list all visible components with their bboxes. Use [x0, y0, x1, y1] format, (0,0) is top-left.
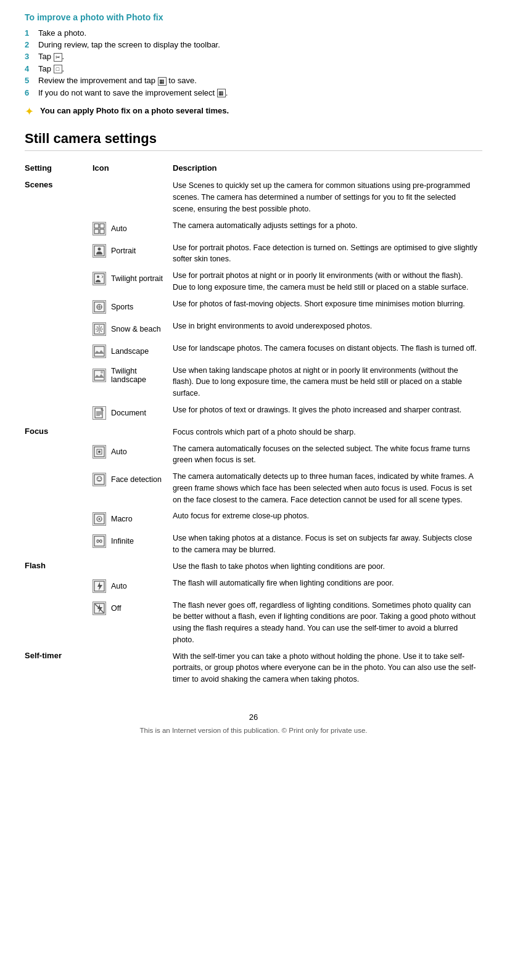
section-title: Still camera settings	[25, 131, 482, 151]
icon-cell: Macro	[93, 508, 173, 530]
step-text-3: Tap ✂.	[38, 52, 64, 62]
table-row: LandscapeUse for landscape photos. The c…	[25, 340, 482, 362]
icon-label: Auto	[111, 582, 127, 590]
page-number: 26	[25, 713, 482, 722]
table-row: Snow & beachUse in bright environments t…	[25, 318, 482, 340]
twilight-landscape-icon	[93, 369, 106, 382]
setting-cell	[25, 362, 93, 402]
document-icon	[93, 406, 106, 420]
icon-cell: Infinite	[93, 530, 173, 558]
description-cell: Use for portrait photos at night or in p…	[173, 267, 482, 296]
table-row: SportsUse for photos of fast-moving obje…	[25, 296, 482, 318]
setting-cell	[25, 530, 93, 558]
description-cell: Use when taking photos at a distance. Fo…	[173, 530, 482, 558]
description-text: Use for portrait photos. Face detection …	[173, 243, 477, 264]
step-4: 4Tap □.	[25, 64, 482, 74]
description-text: Use in bright environments to avoid unde…	[173, 322, 372, 330]
step-num-3: 3	[25, 52, 33, 62]
step-text-1: Take a photo.	[38, 28, 86, 38]
step-text-2: During review, tap the screen to display…	[38, 40, 220, 49]
step-num-1: 1	[25, 28, 33, 38]
icon-cell	[93, 648, 173, 688]
step-3: 3Tap ✂.	[25, 52, 482, 62]
description-cell: Use for portrait photos. Face detection …	[173, 240, 482, 268]
portrait-icon	[93, 244, 106, 258]
table-row: MacroAuto focus for extreme close-up pho…	[25, 508, 482, 530]
icon-label: Off	[111, 604, 121, 613]
svg-rect-12	[94, 346, 104, 356]
icon-label: Snow & beach	[111, 325, 161, 333]
step-6: 6If you do not want to save the improvem…	[25, 88, 482, 98]
setting-name: Flash	[25, 557, 46, 570]
step-1: 1Take a photo.	[25, 28, 482, 38]
description-cell: Use in bright environments to avoid unde…	[173, 318, 482, 340]
table-row: FocusFocus controls which part of a phot…	[25, 424, 482, 441]
setting-name: Focus	[25, 423, 48, 436]
icon-label: Sports	[111, 303, 133, 311]
setting-name: Self-timer	[25, 647, 62, 660]
description-text: Use when taking landscape photos at nigh…	[173, 366, 462, 398]
table-row: FlashUse the flash to take photos when l…	[25, 558, 482, 575]
description-text: Use when taking photos at a distance. Fo…	[173, 534, 472, 554]
table-row: Face detectionThe camera automatically d…	[25, 468, 482, 508]
svg-rect-2	[94, 229, 99, 234]
icon-cell	[93, 178, 173, 217]
landscape-icon	[93, 345, 106, 358]
description-text: Use for photos of text or drawings. It g…	[173, 406, 461, 414]
setting-cell	[25, 597, 93, 648]
twilight-portrait-icon	[93, 272, 106, 285]
step-num-6: 6	[25, 88, 33, 98]
setting-cell: Flash	[25, 558, 93, 575]
description-cell: The camera automatically focuses on the …	[173, 441, 482, 469]
table-row: DocumentUse for photos of text or drawin…	[25, 402, 482, 424]
macro-icon	[93, 512, 106, 526]
step-num-4: 4	[25, 64, 33, 74]
focus-auto-icon	[93, 445, 106, 459]
icon-label: Document	[111, 409, 146, 417]
description-cell: With the self-timer you can take a photo…	[173, 648, 482, 688]
setting-name: Scenes	[25, 176, 53, 189]
step-2: 2During review, tap the screen to displa…	[25, 40, 482, 49]
svg-point-5	[98, 247, 101, 250]
description-cell: The camera automatically adjusts setting…	[173, 218, 482, 240]
icon-label: Portrait	[111, 247, 136, 255]
description-text: Auto focus for extreme close-up photos.	[173, 512, 309, 520]
step-text-4: Tap □.	[38, 64, 64, 74]
step-text-5: Review the improvement and tap ▦ to save…	[38, 76, 197, 86]
tip-icon: ✦	[25, 105, 34, 118]
setting-cell	[25, 240, 93, 268]
icon-cell: Sports	[93, 296, 173, 318]
infinite-icon	[93, 534, 106, 548]
description-text: With the self-timer you can take a photo…	[173, 652, 476, 684]
icon-label: Auto	[111, 224, 127, 233]
svg-point-29	[99, 518, 101, 520]
description-cell: Use for photos of text or drawings. It g…	[173, 402, 482, 424]
header-section: To improve a photo with Photo fix 1Take …	[25, 12, 482, 118]
settings-table: Setting Icon Description ScenesUse Scene…	[25, 161, 482, 688]
col-header-setting: Setting	[25, 161, 93, 178]
icon-label: Auto	[111, 447, 127, 456]
icon-cell: Off	[93, 597, 173, 648]
description-text: The camera automatically focuses on the …	[173, 444, 470, 465]
description-text: Use for portrait photos at night or in p…	[173, 271, 468, 292]
icon-cell: Face detection	[93, 468, 173, 508]
step-text-6: If you do not want to save the improveme…	[38, 88, 228, 98]
icon-label: Landscape	[111, 347, 149, 356]
icon-cell: Twilight portrait	[93, 267, 173, 296]
svg-point-22	[98, 451, 101, 453]
flash-auto-icon	[93, 579, 106, 593]
description-text: Focus controls which part of a photo sho…	[173, 428, 356, 436]
svg-point-25	[97, 478, 99, 479]
photo-fix-title: To improve a photo with Photo fix	[25, 12, 482, 22]
table-row: Twilight landscapeUse when taking landsc…	[25, 362, 482, 402]
table-row: InfiniteUse when taking photos at a dist…	[25, 530, 482, 558]
setting-cell	[25, 402, 93, 424]
svg-point-7	[97, 276, 99, 278]
setting-cell	[25, 441, 93, 469]
icon-label: Infinite	[111, 537, 134, 545]
description-text: The camera automatically detects up to t…	[173, 472, 473, 504]
icon-cell: Snow & beach	[93, 318, 173, 340]
face-detection-icon	[93, 473, 106, 486]
tip-box: ✦ You can apply Photo fix on a photo sev…	[25, 106, 482, 118]
description-text: The camera automatically adjusts setting…	[173, 221, 357, 230]
